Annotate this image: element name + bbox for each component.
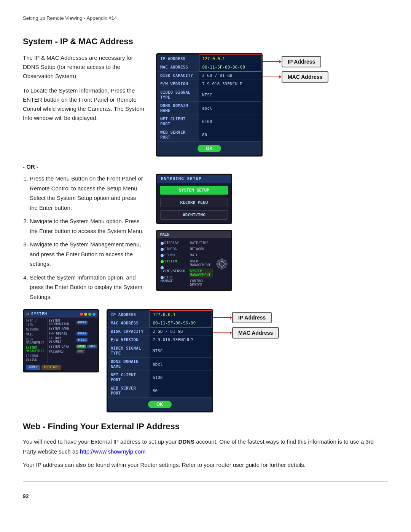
svg-point-14: [220, 262, 224, 266]
bottom-callout-group: IP ADDRESS 127.0.0.1 MAC ADDRESS 00-11-5…: [107, 309, 279, 412]
sysinfo-bot-label-web: WEB SERVER PORT: [108, 384, 150, 398]
entering-setup-items: SYSTEM SETUP RECORD MENU ARCHIVING: [157, 183, 231, 223]
ss-footer-previous[interactable]: PREVIOUS: [41, 365, 61, 370]
sysinfo-screen-bottom: IP ADDRESS 127.0.0.1 MAC ADDRESS 00-11-5…: [107, 309, 213, 412]
sysinfo-screen-top: IP ADDRESS 127.0.0.1 MAC ADDRESS 00-11-5…: [156, 53, 263, 157]
sysinfo-value-disk: 2 GB / 81 GB: [199, 72, 261, 80]
bottom-divider: [23, 481, 388, 482]
sysinfo-bot-row-mac: MAC ADDRESS 00-11-5F-00-96-09: [108, 319, 212, 328]
ss-btn-sysinfo[interactable]: PRESS: [76, 321, 88, 324]
sysinfo-bot-row-ddns: DDNS DOMAIN NAME abcl: [108, 358, 212, 371]
ss-btn-off[interactable]: OFF: [76, 350, 84, 353]
sysinfo-value-mac: 00-11-5F-00-96-09: [199, 63, 261, 72]
sysinfo-bot-row-ip: IP ADDRESS 127.0.0.1: [108, 311, 212, 319]
dot-red: [80, 313, 83, 316]
main-menu-body: DISPLAY CAMERA SOUND SYSTEM EVENT/SENSOR…: [157, 238, 231, 290]
ss-left-system-mgmt: SYSTEM MANAGEMENT: [25, 346, 46, 353]
ss-btn-save[interactable]: SAVE: [76, 345, 86, 348]
bot-ip-arrow-svg: [213, 315, 232, 321]
camera-icon: [161, 248, 164, 251]
ss-label-fw: F/W UPDATE: [49, 332, 75, 335]
svg-rect-8: [217, 263, 218, 265]
mac-arrow-svg: [263, 74, 282, 80]
section2-para1-bold: DDNS: [178, 438, 195, 445]
main-right-network: NETWORK: [189, 246, 213, 252]
sysinfo-bot-label-mac: MAC ADDRESS: [108, 319, 150, 328]
ss-btn-load[interactable]: LOAD: [87, 345, 97, 348]
page-container: Setting up Remote Viewing - Appendix #14…: [0, 0, 411, 532]
sysinfo-row-ip: IP ADDRESS 127.0.0.1: [157, 55, 261, 63]
sysinfo-row-mac: MAC ADDRESS 00-11-5F-00-96-09: [157, 63, 261, 72]
ok-btn-row-bottom: OK: [108, 398, 212, 411]
ss-left-datetime: DATE / TIME: [25, 319, 46, 327]
ss-row-sysinfo: SYSTEM INFORMATION PRESS: [49, 319, 97, 326]
ss-footer-apply[interactable]: APPLY: [26, 365, 40, 370]
callout-ip-label-bottom: IP Address: [232, 312, 272, 323]
sysinfo-bot-label-net: NET CLIENT PORT: [108, 371, 150, 384]
mac-arrow-row: MAC Address: [263, 71, 328, 83]
ok-button-bottom[interactable]: OK: [148, 401, 172, 408]
sysinfo-row-ddns: DDNS DOMAIN NAME abcl: [157, 102, 261, 115]
gear-icon: [215, 257, 229, 271]
main-item-event: EVENT/SENSOR: [159, 265, 186, 274]
ss-left-user: USER MANAGEMENT: [25, 337, 46, 345]
sysinfo-bot-row-net: NET CLIENT PORT 6100: [108, 371, 212, 384]
main-right-menu: DATE/TIME NETWORK MAIL USER MANAGEMENT S…: [189, 240, 213, 288]
disk-icon: [161, 276, 164, 279]
page-number: 92: [23, 493, 388, 499]
ss-btn-factory[interactable]: PRESS: [76, 338, 88, 342]
ss-row-password: PASSWORD OFF: [49, 350, 97, 353]
main-item-camera: CAMERA: [159, 246, 186, 252]
sysinfo-row-disk: DISK CAPACITY 2 GB / 81 GB: [157, 72, 261, 80]
ss-btn-fw[interactable]: PRESS: [76, 332, 88, 335]
ss-left-menu: DATE / TIME NETWORK MAIL USER MANAGEMENT…: [24, 318, 48, 363]
sysinfo-row-fw: F/W VERSION 7.9.016.33ENCULP: [157, 80, 261, 88]
main-item-disk: DISK MANAGE: [159, 275, 186, 284]
step-4: Select the System Information option, an…: [30, 273, 145, 302]
menu-item-record: RECORD MENU: [160, 198, 228, 207]
main-left-menu: DISPLAY CAMERA SOUND SYSTEM EVENT/SENSOR…: [159, 240, 186, 288]
arrow-callout-area-bottom: IP Address MAC Address: [213, 311, 279, 339]
sysinfo-bot-label-disk: DISK CAPACITY: [108, 328, 150, 336]
sysinfo-callout-group: IP ADDRESS 127.0.0.1 MAC ADDRESS 00-11-5…: [156, 53, 328, 157]
bot-mac-arrow-svg: [213, 330, 232, 336]
sysinfo-value-video: NTSC: [199, 88, 261, 102]
main-menu-screen: MAIN DISPLAY CAMERA SOUND SYSTEM EVENT/S…: [156, 230, 232, 291]
dot-blue: [92, 313, 96, 316]
ss-left-mail: MAIL: [25, 332, 46, 337]
step-1: Press the Menu Button on the Front Panel…: [30, 174, 145, 212]
showmyip-link[interactable]: http://www.showmyip.com: [80, 448, 146, 455]
steps-list: Press the Menu Button on the Front Panel…: [30, 174, 145, 302]
page-header: Setting up Remote Viewing - Appendix #14: [23, 15, 388, 21]
sysinfo-bot-row-fw: F/W VERSION 7.9.016.33ENCULP: [108, 336, 212, 344]
section2-para1-start: You will need to have your External IP a…: [23, 438, 178, 445]
arrows-top: IP Address MAC Address: [263, 55, 328, 83]
sysinfo-value-ddns: abcl: [199, 102, 261, 115]
main-item-display: DISPLAY: [159, 240, 186, 246]
sys-settings-screen: ⚙ SYSTEM DATE / TIME NETWORK MAIL USER M…: [23, 309, 99, 372]
ss-dots: [80, 313, 96, 316]
ss-label-factory: FACTORY DEFAULT: [49, 337, 75, 343]
entering-setup-header: ENTERING SETUP: [157, 175, 231, 183]
sysinfo-bot-label-video: VIDEO SIGNAL TYPE: [108, 344, 150, 358]
ss-label-password: PASSWORD: [49, 350, 75, 353]
ok-button-top[interactable]: OK: [198, 145, 221, 152]
ss-row-factory: FACTORY DEFAULT PRESS: [49, 337, 97, 343]
sysinfo-label-mac: MAC ADDRESS: [157, 63, 199, 72]
ss-left-control: CONTROL DEVICE: [25, 354, 46, 362]
steps-and-screens: Press the Menu Button on the Front Panel…: [23, 174, 388, 305]
section2-title: Web - Finding Your External IP Address: [23, 422, 388, 431]
svg-rect-7: [221, 267, 223, 269]
sysinfo-bot-value-ip: 127.0.0.1: [150, 311, 212, 319]
section2: Web - Finding Your External IP Address Y…: [23, 422, 388, 470]
sysinfo-value-ip: 127.0.0.1: [199, 55, 261, 63]
ss-label-sysinfo: SYSTEM INFORMATION: [49, 319, 75, 326]
dot-green: [88, 313, 91, 316]
sysinfo-label-ip: IP ADDRESS: [157, 55, 199, 63]
sysinfo-label-net: NET CLIENT PORT: [157, 115, 199, 128]
display-icon: [161, 242, 164, 245]
dot-orange: [84, 313, 87, 316]
sysinfo-bot-label-ip: IP ADDRESS: [108, 311, 150, 319]
step-3: Navigate to the System Management menu, …: [30, 240, 145, 269]
sys-settings-title: SYSTEM: [31, 312, 47, 316]
